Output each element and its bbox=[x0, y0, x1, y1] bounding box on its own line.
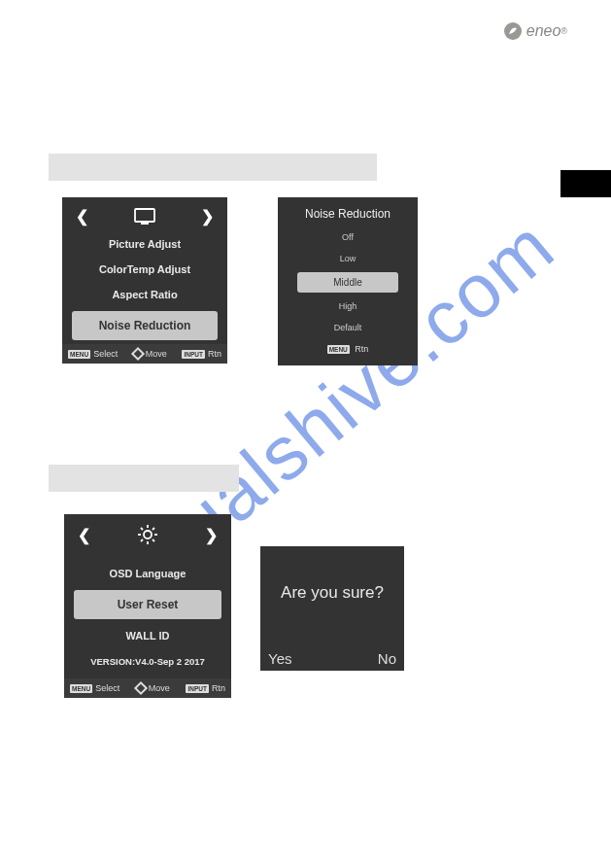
move-icon bbox=[134, 681, 148, 695]
menu-item-aspect-ratio[interactable]: Aspect Ratio bbox=[62, 282, 227, 307]
left-arrow-icon[interactable]: ❮ bbox=[78, 526, 90, 544]
nr-opt-middle[interactable]: Middle bbox=[297, 272, 398, 293]
right-arrow-icon[interactable]: ❯ bbox=[201, 207, 214, 226]
nr-rtn: Rtn bbox=[355, 344, 368, 354]
panel-footer: MENU Select Move INPUT Rtn bbox=[62, 344, 227, 364]
confirm-yes[interactable]: Yes bbox=[268, 650, 291, 667]
menu-tag: MENU bbox=[70, 684, 92, 693]
move-icon bbox=[131, 347, 145, 361]
svg-rect-1 bbox=[135, 209, 154, 222]
confirm-dialog: Are you sure? Yes No bbox=[260, 546, 404, 671]
footer-select: Select bbox=[95, 683, 119, 693]
footer-rtn: Rtn bbox=[212, 683, 225, 693]
section-header-1 bbox=[49, 154, 377, 181]
nr-opt-default[interactable]: Default bbox=[278, 317, 418, 338]
menu-item-osd-language[interactable]: OSD Language bbox=[64, 561, 231, 586]
panel-footer: MENU Select Move INPUT Rtn bbox=[64, 678, 231, 698]
input-tag: INPUT bbox=[182, 350, 205, 359]
noise-reduction-panel: Noise Reduction Off Low Middle High Defa… bbox=[278, 197, 418, 365]
footer-move: Move bbox=[146, 349, 167, 359]
confirm-no[interactable]: No bbox=[378, 650, 396, 667]
menu-item-user-reset[interactable]: User Reset bbox=[74, 590, 221, 619]
menu-tag: MENU bbox=[68, 350, 90, 359]
menu-item-noise-reduction[interactable]: Noise Reduction bbox=[72, 311, 218, 340]
setup-menu-panel: ❮ ❯ OSD Language User Reset WALL ID VERS… bbox=[64, 514, 231, 698]
svg-point-3 bbox=[144, 531, 152, 538]
picture-menu-panel: ❮ ❯ Picture Adjust ColorTemp Adjust Aspe… bbox=[62, 197, 227, 364]
input-tag: INPUT bbox=[186, 684, 209, 693]
left-arrow-icon[interactable]: ❮ bbox=[76, 207, 88, 226]
brand-text: eneo bbox=[526, 22, 561, 40]
menu-tag: MENU bbox=[327, 345, 350, 354]
menu-item-wall-id[interactable]: WALL ID bbox=[64, 623, 231, 648]
nr-opt-low[interactable]: Low bbox=[278, 248, 418, 269]
monitor-icon bbox=[134, 208, 155, 226]
footer-move: Move bbox=[149, 683, 170, 693]
svg-rect-2 bbox=[141, 223, 149, 225]
leaf-icon bbox=[503, 21, 523, 41]
nr-opt-high[interactable]: High bbox=[278, 295, 418, 317]
svg-line-8 bbox=[141, 528, 143, 530]
menu-item-version: VERSION:V4.0-Sep 2 2017 bbox=[64, 648, 231, 678]
confirm-question: Are you sure? bbox=[260, 546, 404, 603]
footer-rtn: Rtn bbox=[208, 349, 221, 359]
side-tab bbox=[560, 170, 611, 197]
section-header-2 bbox=[49, 465, 239, 492]
gear-icon bbox=[137, 524, 158, 545]
menu-item-colortemp-adjust[interactable]: ColorTemp Adjust bbox=[62, 257, 227, 282]
menu-item-picture-adjust[interactable]: Picture Adjust bbox=[62, 231, 227, 257]
right-arrow-icon[interactable]: ❯ bbox=[205, 526, 218, 544]
nr-rtn-row: MENU Rtn bbox=[278, 338, 418, 362]
nr-opt-off[interactable]: Off bbox=[278, 226, 418, 248]
svg-line-10 bbox=[141, 539, 143, 541]
svg-line-11 bbox=[153, 528, 154, 530]
panel-header: ❮ ❯ bbox=[62, 197, 227, 231]
svg-line-9 bbox=[153, 539, 154, 541]
brand-logo: eneo® bbox=[503, 21, 567, 41]
noise-reduction-title: Noise Reduction bbox=[278, 197, 418, 226]
panel-header: ❮ ❯ bbox=[64, 514, 231, 551]
footer-select: Select bbox=[93, 349, 118, 359]
